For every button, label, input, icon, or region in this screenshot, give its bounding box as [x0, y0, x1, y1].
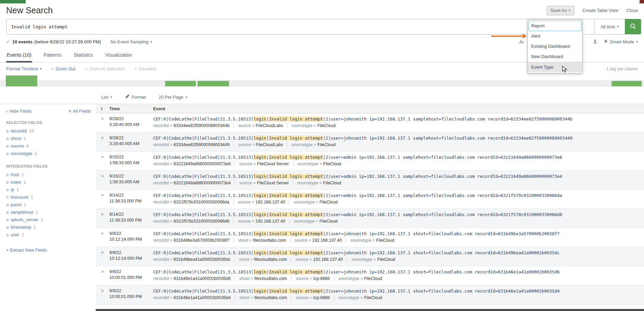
- field-item-source[interactable]: asource4: [6, 142, 91, 150]
- field-value-pair-source[interactable]: source = FileCloudLabs: [238, 123, 283, 128]
- expand-event-button[interactable]: >: [96, 154, 109, 167]
- per-page-dropdown[interactable]: 20 Per Page ▾: [159, 95, 187, 100]
- expand-event-button[interactable]: >: [96, 269, 109, 282]
- event-raw-text[interactable]: CEF:0|CodeLathe|FileCloud|21.3.5.18513|l…: [153, 269, 637, 275]
- extract-new-fields-link[interactable]: + Extract New Fields: [6, 248, 91, 253]
- close-button[interactable]: Close: [627, 8, 638, 13]
- event-raw-text[interactable]: CEF:0|CodeLathe|FileCloud|21.3.5.18513|l…: [153, 173, 637, 179]
- field-value-pair-shost[interactable]: shost = filecloudlabs.com: [238, 238, 286, 243]
- field-item-timestamp[interactable]: atimestamp1: [6, 224, 91, 231]
- time-range-picker[interactable]: All time ▾: [594, 19, 625, 34]
- expand-event-button[interactable]: >: [96, 173, 109, 186]
- field-item-recordid[interactable]: arecordId10: [6, 127, 91, 135]
- format-timeline-dropdown[interactable]: Format Timeline ▾: [6, 66, 42, 71]
- field-value-pair-recordid[interactable]: recordId = 631b49be3a570000b20038f7: [153, 238, 229, 243]
- field-value-pair-recordid[interactable]: recordId = 631b49bea41a00002b0035dc: [153, 257, 230, 262]
- field-value-pair-source[interactable]: source = 192.168.137.40: [295, 257, 343, 262]
- field-value-pair-shost[interactable]: shost = filecloudlabs.com: [239, 257, 287, 262]
- field-value-pair-recordid[interactable]: recordId = 6321f579c0310000330066da: [153, 200, 229, 204]
- tab-patterns[interactable]: Patterns: [43, 49, 62, 62]
- tab-events-10[interactable]: Events (10): [6, 49, 32, 62]
- expand-event-button[interactable]: >: [96, 135, 109, 148]
- timeline-bar-9-15-22[interactable]: [198, 81, 229, 86]
- field-value-pair-sourcetype[interactable]: sourcetype = FileCloud: [297, 181, 341, 185]
- field-item-sourcetype[interactable]: asourcetype1: [6, 150, 91, 157]
- field-item-linecount[interactable]: #linecount1: [6, 194, 91, 201]
- timeline-bar-9-28-22[interactable]: [612, 81, 642, 86]
- deselect-button[interactable]: × Deselect: [135, 66, 156, 71]
- field-value-pair-recordid[interactable]: recordId = 631b46e1a41a00002b0035d4: [153, 295, 231, 300]
- search-mode-dropdown[interactable]: Smart Mode ▾: [604, 39, 638, 45]
- expand-event-button[interactable]: >: [96, 193, 109, 206]
- save-as-menu-item-event-type[interactable]: Event Type: [528, 62, 582, 72]
- field-value-pair-recordid[interactable]: recordId = 63334ee82f5900008900344b: [153, 123, 229, 128]
- expand-event-button[interactable]: >: [96, 250, 109, 263]
- field-value-pair-source[interactable]: source = tcp:8888: [296, 276, 330, 281]
- search-input[interactable]: Invalid login attempt: [6, 19, 594, 34]
- field-item-punct[interactable]: apunct1: [6, 201, 91, 209]
- save-as-menu-item-existing-dashboard[interactable]: Existing Dashboard: [528, 41, 582, 52]
- hide-fields-button[interactable]: ‹ Hide Fields: [6, 109, 31, 114]
- field-item-samplehost[interactable]: asamplehost1: [6, 209, 91, 216]
- save-as-menu-item-report[interactable]: Report: [528, 21, 581, 31]
- expand-event-button[interactable]: >: [96, 116, 109, 129]
- field-value-pair-sourcetype[interactable]: sourcetype = FileCloud: [297, 161, 341, 166]
- field-value-pair-source[interactable]: source = 192.168.137.40: [238, 200, 285, 204]
- field-value-pair-recordid[interactable]: recordId = 63221649a8660000000073e6: [153, 161, 231, 166]
- field-item-user[interactable]: auser2: [6, 231, 91, 239]
- field-item-host[interactable]: ahost1: [6, 171, 91, 179]
- field-value-pair-source[interactable]: source = tcp:8888: [296, 295, 330, 300]
- timeline-bar-9-14-22[interactable]: [165, 81, 196, 86]
- field-value-pair-source[interactable]: source = FileCloud Server: [239, 181, 289, 185]
- event-raw-text[interactable]: CEF:0|CodeLathe|FileCloud|21.3.5.18513|l…: [153, 193, 637, 198]
- event-raw-text[interactable]: CEF:0|CodeLathe|FileCloud|21.3.5.18513|l…: [153, 116, 637, 122]
- field-value-pair-sourcetype[interactable]: sourcetype = FileCloud: [294, 200, 337, 204]
- field-value-pair-recordid[interactable]: recordId = 63221649a8660000000073e4: [153, 181, 231, 185]
- event-raw-text[interactable]: CEF:0|CodeLathe|FileCloud|21.3.5.18513|l…: [153, 231, 637, 237]
- tab-visualization[interactable]: Visualization: [105, 49, 133, 62]
- event-raw-text[interactable]: CEF:0|CodeLathe|FileCloud|21.3.5.18513|l…: [153, 135, 637, 141]
- tab-statistics[interactable]: Statistics: [73, 49, 94, 62]
- field-value-pair-sourcetype[interactable]: sourcetype = FileCloud: [351, 257, 395, 262]
- field-value-pair-source[interactable]: source = 192.168.137.40: [238, 219, 285, 224]
- field-value-pair-sourcetype[interactable]: sourcetype = FileCloud: [294, 219, 337, 224]
- format-results-dropdown[interactable]: Format: [125, 94, 146, 100]
- all-fields-button[interactable]: ≡ All Fields: [69, 109, 91, 114]
- field-value-pair-shost[interactable]: shost = filecloudlabs.com: [239, 276, 287, 281]
- field-value-pair-source[interactable]: source = FileCloud Server: [239, 161, 289, 166]
- event-sampling-dropdown[interactable]: No Event Sampling ▾: [110, 39, 152, 44]
- field-value-pair-sourcetype[interactable]: sourcetype = FileCloud: [292, 142, 335, 147]
- search-button[interactable]: [625, 19, 641, 34]
- field-value-pair-recordid[interactable]: recordId = 631b46e1a41a00002b0035d6: [153, 276, 231, 281]
- field-value-pair-source[interactable]: source = FileCloudLabs: [238, 142, 283, 147]
- field-value-pair-recordid[interactable]: recordId = 63334ee82f59000089003449: [153, 142, 229, 147]
- expand-event-button[interactable]: >: [96, 288, 109, 301]
- field-value-pair-sourcetype[interactable]: sourcetype = FileCloud: [292, 123, 335, 128]
- export-icon[interactable]: [592, 39, 598, 45]
- horizontal-scrollbar[interactable]: [96, 309, 644, 311]
- zoom-out-button[interactable]: − Zoom Out: [51, 66, 75, 71]
- field-item-ip[interactable]: aip1: [6, 186, 91, 194]
- job-menu-partial[interactable]: Jo: [519, 39, 524, 44]
- list-view-dropdown[interactable]: List ▾: [101, 95, 112, 100]
- zoom-to-selection-button[interactable]: + Zoom to Selection: [85, 66, 125, 71]
- field-item-index[interactable]: aindex1: [6, 179, 91, 186]
- field-value-pair-sourcetype[interactable]: sourcetype = FileCloud: [338, 295, 382, 300]
- save-as-menu-item-alert[interactable]: Alert: [528, 31, 582, 41]
- field-value-pair-recordid[interactable]: recordId = 6321f578c0310000330066d8: [153, 219, 229, 224]
- field-value-pair-shost[interactable]: shost = filecloudlabs.com: [239, 295, 287, 300]
- field-value-pair-sourcetype[interactable]: sourcetype = FileCloud: [338, 276, 382, 281]
- field-item-splunk-server[interactable]: asplunk_server1: [6, 216, 91, 224]
- event-raw-text[interactable]: CEF:0|CodeLathe|FileCloud|21.3.5.18513|l…: [153, 288, 637, 294]
- expand-event-button[interactable]: >: [96, 212, 109, 225]
- field-value-pair-sourcetype[interactable]: sourcetype = FileCloud: [350, 238, 394, 243]
- events-timeline-chart[interactable]: [0, 73, 644, 89]
- create-table-view-button[interactable]: Create Table View: [582, 8, 618, 13]
- event-raw-text[interactable]: CEF:0|CodeLathe|FileCloud|21.3.5.18513|l…: [153, 250, 637, 256]
- event-raw-text[interactable]: CEF:0|CodeLathe|FileCloud|21.3.5.18513|l…: [153, 154, 637, 160]
- timeline-bar-9-9-22[interactable]: [6, 75, 37, 86]
- field-item-shost[interactable]: ashost1: [6, 135, 91, 142]
- field-value-pair-source[interactable]: source = 192.168.137.40: [295, 238, 342, 243]
- event-raw-text[interactable]: CEF:0|CodeLathe|FileCloud|21.3.5.18513|l…: [153, 212, 637, 217]
- save-as-button[interactable]: Save As ▾: [547, 6, 574, 15]
